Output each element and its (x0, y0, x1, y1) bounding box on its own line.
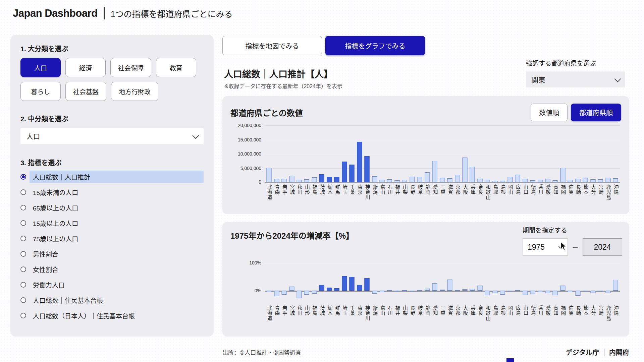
bar-高知 (553, 291, 558, 295)
x-axis-label: 大阪 (462, 184, 467, 200)
bar-静岡 (425, 289, 430, 291)
bar-大分 (590, 179, 595, 182)
y-axis-label: 0 (259, 179, 261, 185)
category-button-6[interactable]: 地方行財政 (111, 82, 158, 101)
indicator-option-3[interactable]: 15歳以上の人口 (20, 217, 204, 229)
sort-by-prefecture-button[interactable]: 都道府県順 (571, 104, 621, 121)
x-label-slot: 静岡 (424, 305, 431, 321)
x-label-slot: 鳥取 (491, 184, 499, 200)
period-to-select[interactable]: 2024 (583, 238, 622, 256)
bar-slot (273, 259, 280, 303)
bar-東京 (357, 285, 362, 291)
category-button-2[interactable]: 社会保障 (110, 58, 151, 77)
bar-slot (326, 125, 333, 182)
indicator-label: 75歳以上の人口 (30, 232, 204, 245)
bar-島根 (500, 291, 505, 295)
indicator-option-7[interactable]: 労働力人口 (20, 279, 204, 291)
bar-青森 (274, 291, 279, 296)
bar-山口 (523, 291, 528, 295)
bar-slot (401, 259, 408, 303)
x-label-slot: 福岡 (559, 305, 567, 321)
x-label-slot: 福岡 (559, 184, 567, 200)
bar-香川 (538, 180, 543, 182)
bar-slot (393, 125, 401, 182)
x-label-slot: 高知 (551, 305, 559, 321)
x-axis-label: 鹿児島 (605, 184, 610, 200)
indicator-option-2[interactable]: 65歳以上の人口 (20, 201, 204, 214)
category-button-4[interactable]: 暮らし (20, 82, 61, 101)
bar-長崎 (575, 179, 580, 182)
view-map-button[interactable]: 指標を地図でみる (222, 36, 322, 55)
page-bottom-marker (506, 358, 514, 362)
bar-slot (574, 259, 582, 303)
x-axis-label: 愛知 (432, 305, 437, 321)
x-axis-label: 愛媛 (545, 184, 550, 200)
radio-icon (20, 220, 26, 226)
bar-神奈川 (365, 278, 370, 291)
x-label-slot: 岩手 (280, 305, 288, 321)
sort-by-value-button[interactable]: 数値順 (531, 104, 568, 121)
bar-福島 (312, 291, 317, 294)
x-axis-label: 長野 (410, 184, 415, 200)
x-label-slot: 熊本 (582, 305, 589, 321)
footer-divider (604, 349, 604, 356)
period-from-select[interactable]: 1975 (523, 238, 568, 256)
x-label-slot: 青森 (273, 305, 280, 321)
value-chart-panel: 都道府県ごとの数値 数値順 都道府県順 20,000,00015,000,000… (222, 96, 629, 214)
category-button-0[interactable]: 人口 (20, 58, 61, 77)
x-axis-label: 和歌山 (485, 184, 490, 200)
indicator-option-1[interactable]: 15歳未満の人口 (20, 186, 204, 198)
highlight-select[interactable]: 関東 (526, 71, 625, 87)
indicator-option-8[interactable]: 人口総数｜住民基本台帳 (20, 294, 204, 306)
bar-slot (461, 125, 469, 182)
x-axis-label: 新潟 (372, 184, 377, 200)
x-axis-label: 福島 (312, 305, 317, 321)
indicator-option-6[interactable]: 女性割合 (20, 263, 204, 276)
org-digital-agency: デジタル庁 (566, 347, 599, 357)
x-axis-label: 富山 (379, 305, 384, 321)
x-label-slot: 滋賀 (446, 184, 453, 200)
x-axis-label: 奈良 (477, 184, 482, 200)
x-axis-label: 香川 (538, 305, 543, 321)
indicator-option-5[interactable]: 男性割合 (20, 248, 204, 260)
bar-鹿児島 (605, 291, 610, 293)
bar-slot (341, 125, 348, 182)
bar-slot (491, 259, 499, 303)
bar-slot (446, 259, 453, 303)
x-axis-label: 高知 (553, 184, 558, 200)
subcategory-value: 人口 (26, 131, 40, 141)
x-axis-label: 香川 (538, 184, 543, 200)
category-button-5[interactable]: 社会基盤 (65, 82, 106, 101)
bar-岡山 (507, 291, 513, 291)
bar-slot (431, 259, 438, 303)
bar-slot (401, 125, 408, 182)
x-axis-label: 熊本 (583, 184, 588, 200)
bar-slot (529, 259, 536, 303)
bar-愛媛 (545, 179, 550, 182)
x-label-slot: 和歌山 (484, 305, 491, 321)
bar-岡山 (507, 177, 513, 182)
x-axis-label: 埼玉 (342, 184, 347, 200)
bar-佐賀 (568, 180, 573, 182)
x-label-slot: 山梨 (401, 305, 408, 321)
x-axis-label: 奈良 (477, 305, 482, 321)
indicator-option-9[interactable]: 人口総数（日本人）｜住民基本台帳 (20, 309, 204, 322)
indicator-option-0[interactable]: 人口総数｜人口推計 (20, 171, 204, 183)
x-axis-label: 埼玉 (342, 305, 347, 321)
x-label-slot: 群馬 (333, 184, 340, 200)
bar-兵庫 (470, 167, 475, 182)
x-axis-label: 北海道 (267, 305, 272, 321)
x-label-slot: 岡山 (506, 305, 514, 321)
x-label-slot: 岩手 (280, 184, 288, 200)
view-graph-button[interactable]: 指標をグラフでみる (325, 36, 425, 55)
indicator-option-4[interactable]: 75歳以上の人口 (20, 232, 204, 245)
subcategory-select[interactable]: 人口 (20, 128, 204, 144)
category-button-3[interactable]: 教育 (156, 58, 196, 77)
x-axis-label: 石川 (387, 305, 392, 321)
bar-鳥取 (492, 181, 497, 182)
x-label-slot: 宮崎 (597, 305, 604, 321)
category-button-1[interactable]: 経済 (65, 58, 106, 77)
x-axis-label: 栃木 (327, 184, 332, 200)
value-chart-plot: 20,000,00015,000,00010,000,0005,000,0000 (265, 125, 620, 182)
x-label-slot: 沖縄 (612, 184, 619, 200)
